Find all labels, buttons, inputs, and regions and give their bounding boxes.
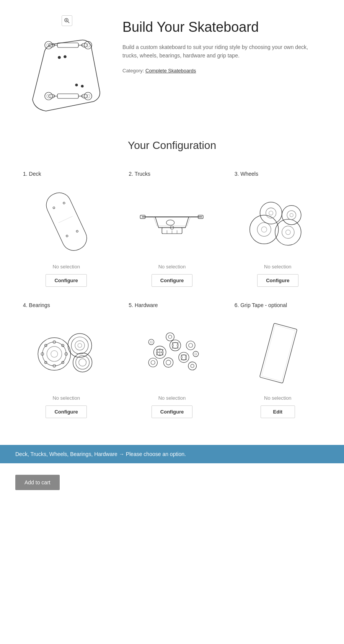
notice-text: Deck, Trucks, Wheels, Bearings, Hardware… bbox=[15, 451, 186, 457]
deck-image bbox=[30, 183, 103, 259]
hardware-label: 5. Hardware bbox=[125, 302, 158, 308]
bearings-configure-button[interactable]: Configure bbox=[46, 405, 86, 418]
hero-category: Category: Complete Skateboards bbox=[122, 68, 321, 74]
svg-rect-15 bbox=[57, 94, 78, 98]
deck-status: No selection bbox=[52, 264, 80, 270]
svg-point-80 bbox=[179, 352, 189, 363]
hardware-configure-button[interactable]: Configure bbox=[152, 405, 192, 418]
hero-text: Build Your Skateboard Build a custom ska… bbox=[122, 15, 321, 74]
hero-skateboard-image bbox=[23, 19, 111, 126]
hardware-status: No selection bbox=[158, 395, 186, 401]
svg-point-7 bbox=[81, 85, 83, 87]
deck-label: 1. Deck bbox=[19, 171, 41, 177]
deck-configure-button[interactable]: Configure bbox=[46, 274, 86, 287]
bearings-status: No selection bbox=[52, 395, 80, 401]
trucks-label: 2. Trucks bbox=[125, 171, 150, 177]
svg-rect-8 bbox=[57, 43, 78, 47]
svg-point-72 bbox=[76, 356, 90, 369]
config-item-wheels: 3. Wheels bbox=[227, 167, 329, 291]
config-item-deck: 1. Deck No selection bbox=[15, 167, 117, 291]
svg-point-84 bbox=[186, 341, 195, 350]
svg-point-21 bbox=[84, 92, 92, 100]
wheels-image bbox=[241, 183, 314, 259]
svg-point-87 bbox=[151, 360, 155, 364]
svg-point-86 bbox=[149, 358, 158, 367]
svg-point-44 bbox=[257, 222, 271, 236]
svg-point-69 bbox=[75, 341, 85, 350]
svg-point-32 bbox=[76, 230, 78, 232]
svg-point-83 bbox=[166, 360, 171, 365]
add-to-cart-button[interactable]: Add to cart bbox=[15, 475, 60, 490]
svg-point-73 bbox=[79, 359, 86, 366]
svg-point-78 bbox=[170, 340, 181, 351]
svg-point-92 bbox=[149, 339, 154, 345]
svg-point-54 bbox=[290, 213, 293, 217]
svg-point-82 bbox=[164, 358, 173, 367]
hardware-image bbox=[135, 314, 208, 391]
config-item-hardware: 5. Hardware bbox=[121, 298, 223, 422]
bearings-label: 4. Bearings bbox=[19, 302, 50, 308]
svg-point-56 bbox=[42, 342, 66, 366]
config-grid: 1. Deck No selection bbox=[15, 167, 329, 422]
svg-point-58 bbox=[51, 351, 58, 358]
svg-point-48 bbox=[285, 230, 290, 235]
trucks-status: No selection bbox=[158, 264, 186, 270]
notice-bar: Deck, Trucks, Wheels, Bearings, Hardware… bbox=[0, 445, 344, 463]
grip-tape-edit-button[interactable]: Edit bbox=[261, 405, 295, 418]
svg-point-57 bbox=[47, 347, 62, 361]
svg-point-90 bbox=[188, 362, 196, 370]
grip-tape-image bbox=[241, 314, 314, 391]
svg-point-68 bbox=[71, 337, 88, 354]
svg-point-29 bbox=[53, 206, 55, 209]
add-to-cart-section: Add to cart bbox=[0, 471, 344, 505]
svg-rect-28 bbox=[42, 189, 91, 254]
config-section: Your Configuration 1. Deck bbox=[0, 139, 344, 437]
svg-point-25 bbox=[86, 94, 90, 98]
svg-point-70 bbox=[78, 343, 82, 348]
svg-point-6 bbox=[75, 84, 78, 86]
wheels-label: 3. Wheels bbox=[231, 171, 258, 177]
config-item-bearings: 4. Bearings bbox=[15, 298, 117, 422]
bearings-image bbox=[30, 314, 103, 391]
svg-rect-97 bbox=[261, 325, 295, 381]
svg-point-49 bbox=[260, 202, 282, 224]
trucks-image bbox=[135, 183, 208, 259]
svg-point-30 bbox=[63, 202, 65, 204]
hero-description: Build a custom skateboard to suit your r… bbox=[122, 43, 321, 60]
svg-line-33 bbox=[59, 216, 73, 223]
svg-point-93 bbox=[150, 341, 152, 343]
svg-point-53 bbox=[287, 211, 296, 219]
svg-point-55 bbox=[38, 338, 70, 370]
hero-image-container bbox=[23, 15, 111, 128]
category-link[interactable]: Complete Skateboards bbox=[145, 68, 196, 74]
trucks-configure-button[interactable]: Configure bbox=[152, 274, 192, 287]
svg-point-51 bbox=[269, 211, 273, 215]
svg-point-23 bbox=[86, 43, 90, 47]
zoom-icon[interactable] bbox=[62, 15, 72, 26]
svg-point-45 bbox=[261, 227, 267, 232]
svg-rect-96 bbox=[259, 323, 297, 383]
svg-point-79 bbox=[172, 342, 178, 348]
svg-point-31 bbox=[66, 235, 68, 237]
config-item-grip-tape: 6. Grip Tape - optional No selection Edi… bbox=[227, 298, 329, 422]
svg-point-94 bbox=[193, 351, 199, 356]
svg-point-85 bbox=[189, 343, 193, 348]
svg-point-81 bbox=[181, 355, 187, 360]
svg-point-95 bbox=[195, 353, 197, 355]
svg-point-91 bbox=[191, 364, 194, 368]
svg-point-52 bbox=[282, 206, 301, 225]
config-section-title: Your Configuration bbox=[15, 139, 329, 152]
grip-tape-status: No selection bbox=[264, 395, 292, 401]
hero-section: Build Your Skateboard Build a custom ska… bbox=[0, 0, 344, 139]
svg-line-1 bbox=[68, 21, 69, 23]
wheels-status: No selection bbox=[264, 264, 292, 270]
svg-point-88 bbox=[166, 333, 174, 341]
page-title: Build Your Skateboard bbox=[122, 19, 321, 35]
grip-tape-label: 6. Grip Tape - optional bbox=[231, 302, 287, 308]
wheels-configure-button[interactable]: Configure bbox=[257, 274, 298, 287]
svg-point-47 bbox=[282, 226, 294, 238]
svg-point-36 bbox=[166, 220, 174, 225]
config-item-trucks: 2. Trucks bbox=[121, 167, 223, 291]
svg-point-43 bbox=[249, 215, 278, 244]
svg-point-89 bbox=[169, 335, 172, 338]
